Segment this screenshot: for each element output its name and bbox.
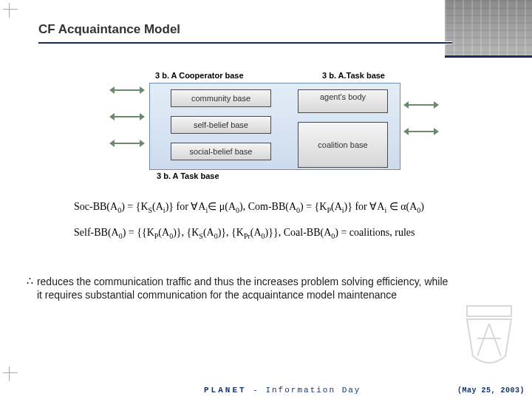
- arrows-right: [405, 102, 437, 155]
- diagram-frame: community base self-belief base social-b…: [149, 83, 400, 170]
- double-arrow-icon: [111, 140, 143, 146]
- formula-block: Soc-BB(A0) = {KS(Ai)} for ∀Ai∈ μ(A0), Co…: [74, 198, 488, 242]
- double-arrow-icon: [405, 129, 437, 134]
- box-coalition-base: coalition base: [298, 122, 388, 168]
- title-bar: CF Acquaintance Model: [37, 22, 480, 44]
- diagram-label-task-bottom: 3 b. A Task base: [157, 171, 219, 180]
- corner-decoration-bottom: [3, 366, 18, 381]
- double-arrow-icon: [111, 114, 143, 120]
- slide-root: CF Acquaintance Model 3 b. A Cooperator …: [0, 0, 532, 399]
- double-arrow-icon: [111, 87, 143, 93]
- footer-sep: -: [247, 386, 266, 395]
- corner-decoration-top: [3, 3, 18, 18]
- watermark-crest-icon: [460, 301, 519, 366]
- bullet-text: reduces the communication traffic and th…: [37, 275, 451, 301]
- formula-line-2: Self-BB(A0) = {{KP(A0)}, {KS(A0)}, {KPr(…: [74, 224, 488, 242]
- title-underline: [38, 41, 452, 44]
- box-self-belief-base: self-belief base: [171, 116, 271, 134]
- box-community-base: community base: [171, 89, 271, 107]
- bullet-block: ∴ reduces the communication traffic and …: [27, 275, 451, 301]
- diagram-left-column: community base self-belief base social-b…: [171, 89, 271, 169]
- therefore-icon: ∴: [27, 275, 37, 301]
- diagram-right-column: agent's body coalition base: [298, 89, 388, 177]
- footer-brand: PLANET: [204, 386, 247, 395]
- box-social-belief-base: social-belief base: [171, 143, 271, 160]
- box-agents-body: agent's body: [298, 89, 388, 113]
- footer-left: PLANET - Information Day: [204, 386, 361, 395]
- diagram-label-cooperator: 3 b. A Cooperator base: [155, 71, 244, 80]
- double-arrow-icon: [405, 102, 437, 108]
- footer-event: Information Day: [265, 386, 361, 395]
- footer-date: (May 25, 2003): [457, 386, 525, 395]
- footer: PLANET - Information Day (May 25, 2003): [0, 381, 532, 396]
- arrows-left: [111, 87, 143, 167]
- formula-line-1: Soc-BB(A0) = {KS(Ai)} for ∀Ai∈ μ(A0), Co…: [74, 198, 488, 216]
- diagram-label-task-top: 3 b. A.Task base: [322, 71, 385, 80]
- page-title: CF Acquaintance Model: [38, 22, 480, 37]
